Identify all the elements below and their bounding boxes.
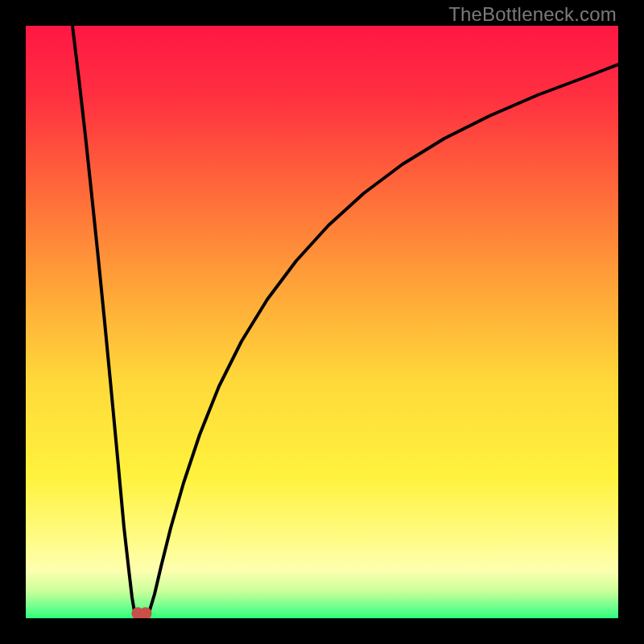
right-branch-curve (147, 64, 618, 616)
left-branch-curve (72, 26, 136, 616)
minimum-marker (131, 607, 151, 618)
curve-layer (26, 26, 618, 618)
chart-frame: TheBottleneck.com (0, 0, 644, 644)
plot-area (26, 26, 618, 618)
watermark-text: TheBottleneck.com (448, 3, 617, 26)
